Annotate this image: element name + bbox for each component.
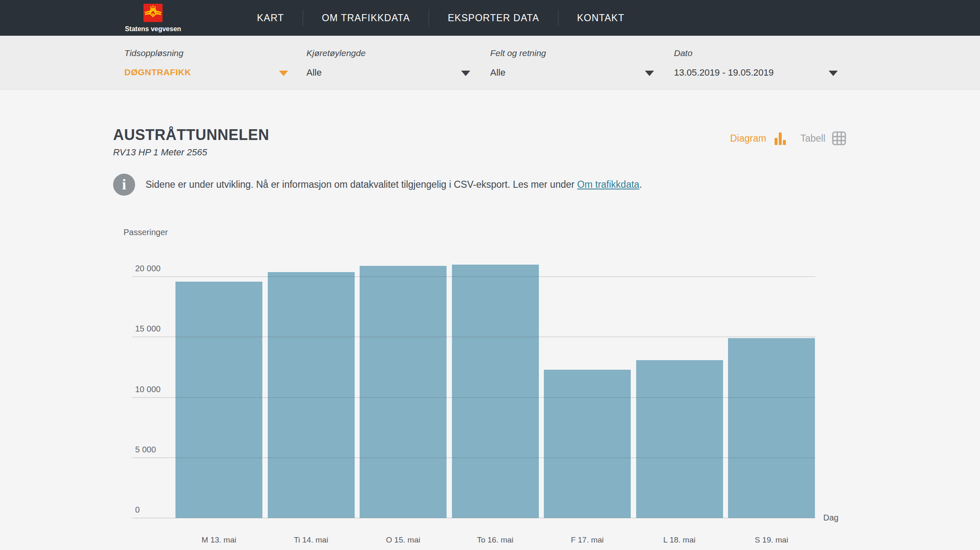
x-tick-label: M 13. mai <box>175 535 262 545</box>
brand-logo[interactable]: Statens vegvesen <box>123 0 183 36</box>
chevron-down-icon <box>461 71 470 76</box>
filter-tidsoppløsning: TidsoppløsningDØGNTRAFIKK <box>124 36 288 89</box>
bar-m-13-mai <box>175 282 262 518</box>
y-tick-label: 20 000 <box>135 264 160 273</box>
x-tick-label: To 16. mai <box>452 535 539 545</box>
brand-name: Statens vegvesen <box>123 25 183 33</box>
filter-value: Alle <box>306 67 322 78</box>
x-tick-label: F 17. mai <box>544 535 631 545</box>
filter-label: Tidsoppløsning <box>124 48 183 58</box>
bar-l-18-mai <box>636 360 723 518</box>
y-axis-title: Passeringer <box>123 228 168 237</box>
filter-felt-og-retning: Felt og retningAlle <box>490 36 654 89</box>
x-tick-label: S 19. mai <box>728 535 815 545</box>
page-subtitle: RV13 HP 1 Meter 2565 <box>113 147 207 158</box>
bar-s-19-mai <box>728 338 815 518</box>
filter-dropdown[interactable]: Alle <box>306 66 470 81</box>
bar-to-16-mai <box>452 265 539 518</box>
filter-dropdown[interactable]: DØGNTRAFIKK <box>124 66 288 81</box>
view-toggle: Diagram Tabell <box>730 129 846 148</box>
x-axis-line <box>132 518 815 518</box>
filter-value: 13.05.2019 - 19.05.2019 <box>674 67 774 78</box>
filter-dropdown[interactable]: 13.05.2019 - 19.05.2019 <box>674 66 838 81</box>
notice-text-before: Sidene er under utvikling. Nå er informa… <box>146 179 577 190</box>
top-navbar: Statens vegvesen KARTOM TRAFIKKDATAEKSPO… <box>0 0 980 36</box>
bar-ti-14-mai <box>268 272 355 518</box>
y-tick-label: 0 <box>135 505 140 515</box>
y-tick-label: 10 000 <box>135 385 160 394</box>
chevron-down-icon <box>829 71 838 76</box>
diagram-toggle-label: Diagram <box>730 133 766 144</box>
om-trafikkdata-link[interactable]: Om trafikkdata <box>577 179 639 190</box>
bar-f-17-mai <box>544 370 631 518</box>
notice-text-after: . <box>639 179 642 190</box>
filter-label: Kjøretøylengde <box>306 48 365 58</box>
x-tick-label: O 15. mai <box>360 535 447 545</box>
y-tick-label: 5 000 <box>135 445 156 454</box>
table-grid-icon <box>832 131 846 145</box>
tabell-toggle[interactable]: Tabell <box>800 131 846 145</box>
gridline <box>132 276 815 277</box>
chevron-down-icon <box>645 71 654 76</box>
filter-kjøretøylengde: KjøretøylengdeAlle <box>306 36 470 89</box>
nav-item-eksporter-data[interactable]: EKSPORTER DATA <box>429 12 558 24</box>
filter-value: DØGNTRAFIKK <box>124 67 191 77</box>
y-tick-label: 15 000 <box>135 324 160 334</box>
notice-text: Sidene er under utvikling. Nå er informa… <box>146 179 642 190</box>
x-tick-label: L 18. mai <box>636 535 723 545</box>
filter-label: Felt og retning <box>490 48 546 58</box>
nav-item-om-trafikkdata[interactable]: OM TRAFIKKDATA <box>303 12 429 24</box>
chevron-down-icon <box>279 71 288 76</box>
nav-item-kart[interactable]: KART <box>238 12 303 24</box>
gridline <box>132 397 815 398</box>
x-tick-label: Ti 14. mai <box>268 535 355 545</box>
bar-o-15-mai <box>360 266 447 518</box>
diagram-toggle[interactable]: Diagram <box>730 132 786 145</box>
main-nav: KARTOM TRAFIKKDATAEKSPORTER DATAKONTAKT <box>238 0 643 36</box>
bar-chart-icon <box>775 132 786 145</box>
nav-item-kontakt[interactable]: KONTAKT <box>558 12 643 24</box>
tabell-toggle-label: Tabell <box>800 133 825 144</box>
filter-bar: TidsoppløsningDØGNTRAFIKKKjøretøylengdeA… <box>0 36 980 90</box>
filter-dropdown[interactable]: Alle <box>490 66 654 81</box>
statens-vegvesen-logo-icon <box>143 4 163 22</box>
filter-label: Dato <box>674 48 692 58</box>
page-title: AUSTRÅTTUNNELEN <box>113 126 269 144</box>
x-axis-title: Dag <box>823 513 839 523</box>
info-icon: i <box>113 174 135 196</box>
filter-dato: Dato13.05.2019 - 19.05.2019 <box>674 36 838 89</box>
gridline <box>132 457 815 458</box>
gridline <box>132 336 815 337</box>
app: Statens vegvesen KARTOM TRAFIKKDATAEKSPO… <box>0 0 980 550</box>
filter-value: Alle <box>490 67 506 78</box>
